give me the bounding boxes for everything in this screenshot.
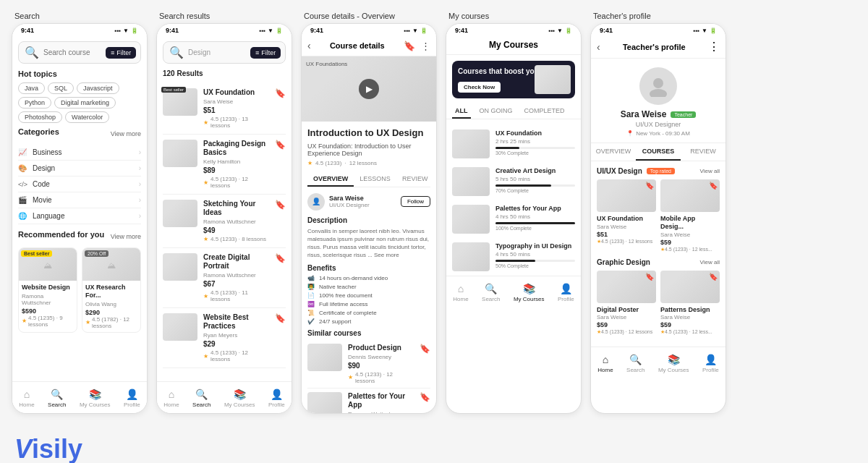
rec-card-rating-1: ★4.5 (1235) · 9 lessons [22,315,74,328]
tag-js[interactable]: Javascript [77,82,119,94]
tag-ps[interactable]: Photoshop [18,111,62,123]
filter-completed[interactable]: COMPLETED [522,104,568,119]
nav-home-2[interactable]: ⌂Home [163,388,179,408]
my-course-4[interactable]: Typography in UI Design 4 hrs 50 mins 50… [446,238,581,276]
filter-button[interactable]: ≡ Filter [106,47,136,59]
tc-bookmark-2[interactable]: 🔖 [709,182,718,190]
search-nav-icon-1: 🔍 [51,388,63,400]
tag-dm[interactable]: Digital marketing [54,97,116,109]
category-language[interactable]: 🌐Language › [18,208,141,224]
hot-topics-title: Hot topics [18,69,141,78]
view-all-graphic[interactable]: View all [700,259,720,266]
nav-home-5[interactable]: ⌂Home [597,354,613,373]
tc-bookmark-4[interactable]: 🔖 [709,273,718,281]
nav-mycourses-5[interactable]: 📚My Courses [658,354,689,373]
rec-card-2[interactable]: 20% Off UX Research For... Olivia Wang $… [82,247,141,333]
uiux-course-cards: 🔖 UX Foundation Sara Weise $51 ★4.5 (123… [597,179,720,252]
filter-all[interactable]: ALL [452,104,471,119]
nav-home-4[interactable]: ⌂Home [453,283,468,302]
nav-search-4[interactable]: 🔍Search [482,283,500,302]
tag-python[interactable]: Python [18,97,51,109]
more-options-icon[interactable]: ⋮ [421,41,430,51]
similar-2[interactable]: Palettes for Your App Ramona Wuttschner … [307,388,430,414]
bookmark-header-icon[interactable]: 🔖 [404,41,415,51]
my-course-2[interactable]: Creative Art Design 5 hrs 50 mins 70% Co… [446,163,581,200]
mountain-icon-2 [107,259,116,271]
bookmark-r4[interactable]: 🔖 [275,253,286,263]
nav-profile-2[interactable]: 👤Profile [268,388,285,408]
play-button[interactable]: ▶ [359,79,379,99]
graphic-course-cards: 🔖 Digital Poster Sara Weise $59 ★4.5 (12… [597,271,720,336]
categories-view-more[interactable]: View more [111,130,141,137]
results-search-input[interactable] [188,48,246,56]
mountain-icon-1 [43,259,52,271]
result-thumb-4 [163,253,197,281]
view-all-uiux[interactable]: View all [700,168,720,174]
profile-tab-courses[interactable]: COURSES [636,143,681,161]
nav-home-1[interactable]: ⌂Home [19,388,34,408]
screen5-label: Teacher's profile [590,12,726,20]
similar-thumb-2 [307,392,342,414]
recommended-view-more[interactable]: View more [111,233,141,240]
rec-card-author-2: Olivia Wang [85,301,137,307]
promo-button[interactable]: Check Now [458,82,501,93]
category-code[interactable]: </>Code › [18,177,141,192]
teacher-more-icon[interactable]: ⋮ [708,40,720,54]
result-item-2[interactable]: Packaging Design Basics Kelly Hamilton $… [163,135,286,195]
bookmark-s1[interactable]: 🔖 [420,344,430,354]
nav-profile-1[interactable]: 👤Profile [124,388,140,408]
bookmark-r2[interactable]: 🔖 [275,140,286,150]
nav-search-1[interactable]: 🔍Search [48,388,66,408]
home-icon-5: ⌂ [603,354,608,365]
category-design[interactable]: 🎨Design › [18,161,141,177]
my-course-1[interactable]: UX Foundation 2 hrs 25 mins 30% Complete [446,125,581,163]
search-box[interactable]: 🔍 ≡ Filter [18,41,141,64]
results-search-box[interactable]: 🔍 ≡ Filter [163,41,286,64]
tab-overview[interactable]: OVERVIEW [307,172,354,187]
bookmark-s2[interactable]: 🔖 [420,392,430,402]
rec-card-1[interactable]: Best seller Website Design Ramona Wuttsc… [18,247,77,333]
nav-mycourses-4[interactable]: 📚My Courses [514,283,545,302]
tab-review[interactable]: REVIEW [396,172,434,187]
follow-button[interactable]: Follow [401,196,430,207]
tc-card-2[interactable]: 🔖 Mobile App Desig... Sara Weise $59 ★4.… [660,179,720,252]
nav-profile-4[interactable]: 👤Profile [558,283,574,302]
nav-profile-5[interactable]: 👤Profile [702,354,719,373]
bookmark-r1[interactable]: 🔖 [275,88,286,98]
nav-search-5[interactable]: 🔍Search [626,354,644,373]
profile-tab-overview[interactable]: OVERVIEW [591,143,636,161]
nav-search-2[interactable]: 🔍Search [192,388,210,408]
category-business[interactable]: 📈Business › [18,145,141,161]
tc-card-3[interactable]: 🔖 Digital Poster Sara Weise $59 ★4.5 (12… [597,271,656,336]
similar-1[interactable]: Product Design Dennis Sweeney $90 ★4.5 (… [307,340,430,388]
tc-img-3: 🔖 [597,271,656,303]
profile-tab-review[interactable]: REVIEW [681,143,726,161]
category-movie[interactable]: 🎬Movie › [18,192,141,208]
nav-mycourses-1[interactable]: 📚My Courses [80,388,111,408]
result-item-5[interactable]: Website Best Practices Ryan Meyers $29 ★… [163,308,286,368]
profile-icon-1: 👤 [126,388,138,400]
result-thumb-2 [163,140,197,167]
filter-ongoing[interactable]: ON GOING [477,104,516,119]
bottom-nav-2: ⌂Home 🔍Search 📚My Courses 👤Profile [157,381,292,413]
result-item-1[interactable]: Best seller UX Foundation Sara Weise $51… [163,83,286,135]
my-courses-header: My Courses [446,35,581,55]
tc-card-1[interactable]: 🔖 UX Foundation Sara Weise $51 ★4.5 (123… [597,179,656,252]
tc-bookmark-1[interactable]: 🔖 [645,182,654,190]
tag-wc[interactable]: Watercolor [65,111,109,123]
course-hero: UX Foundations ▶ [302,56,436,122]
bookmark-r3[interactable]: 🔖 [275,200,286,210]
tag-java[interactable]: Java [18,82,45,94]
search-input[interactable] [43,48,101,56]
tc-bookmark-3[interactable]: 🔖 [645,273,654,281]
result-item-4[interactable]: Create Digital Portrait Ramona Wuttschne… [163,248,286,308]
tab-lessons[interactable]: LESSONS [354,172,396,187]
results-filter-btn[interactable]: ≡ Filter [250,47,281,59]
nav-mycourses-2[interactable]: 📚My Courses [224,388,255,408]
tc-card-4[interactable]: 🔖 Patterns Design Sara Weise $59 ★4.5 (1… [660,271,720,336]
tag-sql[interactable]: SQL [48,82,74,94]
my-course-3[interactable]: Palettes for Your App 4 hrs 50 mins 100%… [446,200,581,238]
result-item-3[interactable]: Sketching Your Ideas Ramona Wuttschner $… [163,195,286,248]
bookmark-r5[interactable]: 🔖 [275,313,286,323]
bottom-nav-5: ⌂Home 🔍Search 📚My Courses 👤Profile [591,347,726,378]
